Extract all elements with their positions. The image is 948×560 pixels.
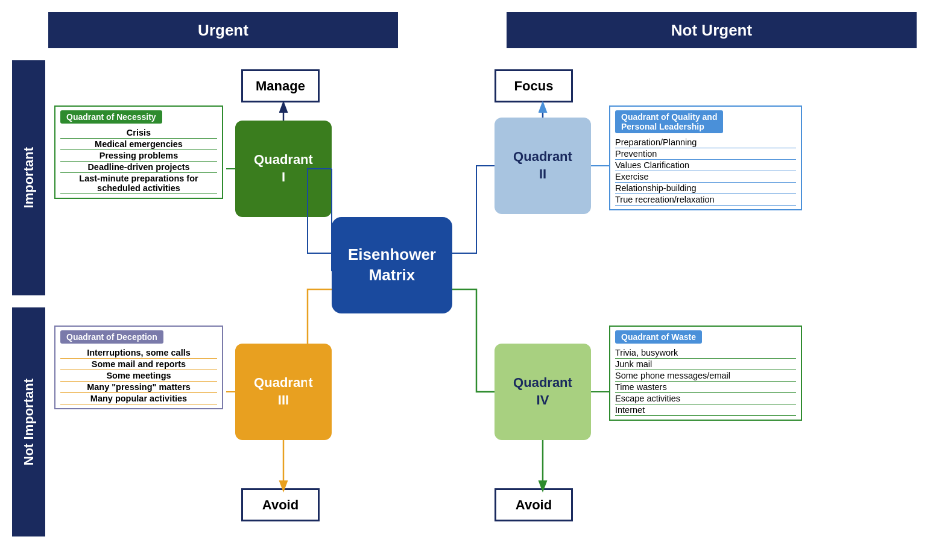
- panel-q3-title: Quadrant of Deception: [60, 330, 163, 344]
- focus-label: Focus: [514, 78, 554, 94]
- arrows-svg: [0, 0, 948, 560]
- list-item: Many "pressing" matters: [60, 382, 217, 393]
- q2-label: QuadrantII: [513, 148, 572, 183]
- list-item: Internet: [615, 404, 796, 416]
- not-urgent-label: Not Urgent: [671, 21, 752, 40]
- important-label: Important: [21, 147, 37, 208]
- list-item: Pressing problems: [60, 150, 217, 162]
- panel-q1-list: Crisis Medical emergencies Pressing prob…: [60, 127, 217, 194]
- not-important-side-banner: Not Important: [12, 307, 45, 536]
- list-item: Prevention: [615, 148, 796, 160]
- q4-label: QuadrantIV: [513, 374, 572, 409]
- panel-q1: Quadrant of Necessity Crisis Medical eme…: [54, 105, 223, 199]
- list-item: Some meetings: [60, 370, 217, 382]
- panel-q2-list: Preparation/Planning Prevention Values C…: [615, 137, 796, 206]
- quadrant-2-box: QuadrantII: [495, 118, 591, 214]
- urgent-header: Urgent: [48, 12, 398, 48]
- panel-q4-list: Trivia, busywork Junk mail Some phone me…: [615, 347, 796, 416]
- list-item: Escape activities: [615, 393, 796, 404]
- list-item: Trivia, busywork: [615, 347, 796, 359]
- avoid-right-label: Avoid: [516, 497, 552, 513]
- panel-q3-list: Interruptions, some calls Some mail and …: [60, 347, 217, 404]
- panel-q4-title: Quadrant of Waste: [615, 330, 702, 344]
- list-item: Junk mail: [615, 359, 796, 370]
- list-item: Preparation/Planning: [615, 137, 796, 148]
- list-item: True recreation/relaxation: [615, 194, 796, 206]
- q1-label: QuadrantI: [254, 151, 313, 186]
- focus-box: Focus: [495, 69, 573, 102]
- list-item: Last-minute preparations for scheduled a…: [60, 173, 217, 194]
- list-item: Some phone messages/email: [615, 370, 796, 382]
- quadrant-3-box: QuadrantIII: [235, 344, 332, 440]
- panel-q2-title: Quadrant of Quality andPersonal Leadersh…: [615, 110, 723, 133]
- avoid-left-label: Avoid: [262, 497, 299, 513]
- q3-label: QuadrantIII: [254, 374, 313, 409]
- panel-q1-title: Quadrant of Necessity: [60, 110, 162, 124]
- urgent-label: Urgent: [198, 21, 248, 40]
- eisenhower-label: EisenhowerMatrix: [348, 245, 436, 286]
- panel-q2: Quadrant of Quality andPersonal Leadersh…: [609, 105, 802, 210]
- not-urgent-header: Not Urgent: [507, 12, 917, 48]
- quadrant-1-box: QuadrantI: [235, 121, 332, 217]
- list-item: Values Clarification: [615, 160, 796, 171]
- panel-q3: Quadrant of Deception Interruptions, som…: [54, 326, 223, 409]
- quadrant-4-box: QuadrantIV: [495, 344, 591, 440]
- list-item: Medical emergencies: [60, 139, 217, 150]
- list-item: Some mail and reports: [60, 359, 217, 370]
- list-item: Many popular activities: [60, 393, 217, 404]
- avoid-box-right: Avoid: [495, 488, 573, 521]
- list-item: Relationship-building: [615, 183, 796, 194]
- eisenhower-matrix-box: EisenhowerMatrix: [332, 217, 452, 313]
- list-item: Crisis: [60, 127, 217, 139]
- manage-box: Manage: [241, 69, 320, 102]
- list-item: Exercise: [615, 171, 796, 183]
- important-side-banner: Important: [12, 60, 45, 295]
- manage-label: Manage: [256, 78, 305, 94]
- list-item: Interruptions, some calls: [60, 347, 217, 359]
- list-item: Time wasters: [615, 382, 796, 393]
- avoid-box-left: Avoid: [241, 488, 320, 521]
- panel-q4: Quadrant of Waste Trivia, busywork Junk …: [609, 326, 802, 421]
- not-important-label: Not Important: [21, 379, 37, 465]
- list-item: Deadline-driven projects: [60, 162, 217, 173]
